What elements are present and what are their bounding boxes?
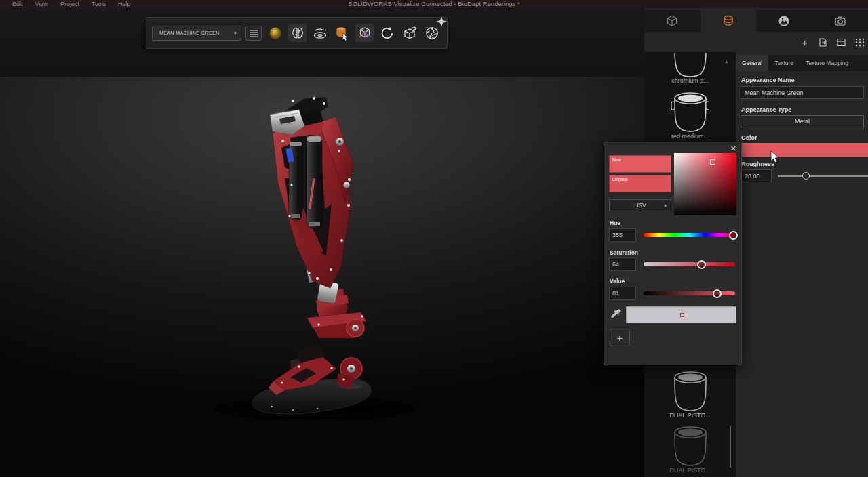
window-title: SOLIDWORKS Visualize Connected - BioDapt… xyxy=(348,0,519,8)
appearance-properties: General Texture Texture Mapping Appearan… xyxy=(736,52,868,477)
aperture-icon xyxy=(424,25,440,41)
reset-view-button[interactable] xyxy=(378,24,396,42)
view-mode-button[interactable] xyxy=(854,37,865,48)
custom-swatch-marker xyxy=(680,313,684,317)
apply-appearance-button[interactable] xyxy=(333,24,351,42)
cube-icon xyxy=(665,14,679,28)
mouse-cursor xyxy=(770,150,779,163)
color-mode-value: HSV xyxy=(634,202,646,209)
value-slider-knob[interactable] xyxy=(713,289,722,298)
menu-item-edit[interactable]: Edit xyxy=(12,1,23,7)
new-project-button[interactable] xyxy=(400,24,418,42)
app-window: Edit View Project Tools Help SOLIDWORKS … xyxy=(0,0,868,477)
tab-general[interactable]: General xyxy=(736,55,768,71)
hue-slider[interactable] xyxy=(644,228,735,242)
roughness-slider-knob[interactable] xyxy=(802,172,810,180)
split-view-icon xyxy=(836,37,846,47)
color-mode-dropdown[interactable]: HSV ▾ xyxy=(609,199,671,211)
denoiser-button[interactable] xyxy=(288,24,307,42)
export-file-icon xyxy=(818,37,828,47)
turntable-button[interactable] xyxy=(311,24,329,42)
value-slider-rail xyxy=(644,291,735,295)
color-picker-dialog: ✕ New Original HSV ▾ Hue Saturation Valu… xyxy=(604,142,742,365)
appearance-name-input[interactable] xyxy=(741,86,864,99)
brain-icon xyxy=(290,26,305,41)
cube-axes-icon xyxy=(357,25,373,41)
appearance-type-label: Appearance Type xyxy=(741,106,791,113)
saturation-label: Saturation xyxy=(610,249,638,256)
color-swatch-bar[interactable] xyxy=(739,143,868,157)
appearance-name-label: Appearance Name xyxy=(741,77,795,83)
add-swatch-button[interactable]: + xyxy=(610,329,630,346)
color-label: Color xyxy=(741,134,757,141)
menu-item-project[interactable]: Project xyxy=(60,1,79,7)
paint-bucket-icon xyxy=(722,14,735,28)
appearance-type-button[interactable]: Metal xyxy=(741,115,864,127)
list-icon xyxy=(249,29,258,37)
saturation-value-field[interactable] xyxy=(674,153,736,215)
saturation-slider-rail xyxy=(644,262,735,266)
tab-cameras[interactable] xyxy=(812,10,868,32)
tab-appearances[interactable] xyxy=(701,10,757,32)
library-item-label: chromium p... xyxy=(644,77,736,84)
add-appearance-button[interactable]: + xyxy=(799,37,810,48)
paint-bucket-icon xyxy=(671,91,709,133)
roughness-label: Roughness xyxy=(741,161,774,167)
library-item-dual-piston-1[interactable]: DUAL PISTO... xyxy=(644,370,736,419)
library-item-dual-piston-2[interactable]: DUAL PISTO... xyxy=(644,425,736,474)
eyedropper-icon[interactable] xyxy=(610,308,622,320)
tab-texture-mapping[interactable]: Texture Mapping xyxy=(800,55,854,71)
library-item-label: red medium... xyxy=(644,133,736,140)
paint-bucket-icon xyxy=(671,370,709,412)
close-icon[interactable]: ✕ xyxy=(730,144,736,153)
library-item-red-medium[interactable]: red medium... xyxy=(644,91,736,140)
original-color-label: Original xyxy=(612,177,627,182)
viewport-3d[interactable] xyxy=(0,77,644,477)
camera-icon xyxy=(833,14,847,28)
custom-swatch-bar[interactable] xyxy=(626,306,736,323)
material-ball-icon xyxy=(268,26,283,41)
library-scrollbar[interactable] xyxy=(730,426,731,468)
value-slider[interactable] xyxy=(644,287,735,300)
library-item-chromium[interactable]: chromium p... xyxy=(644,53,736,84)
library-item-label: DUAL PISTO... xyxy=(644,412,736,419)
grid-dots-icon xyxy=(854,37,865,47)
tab-models[interactable] xyxy=(644,10,701,32)
menu-item-view[interactable]: View xyxy=(35,1,48,7)
hue-label: Hue xyxy=(610,220,620,226)
split-view-button[interactable] xyxy=(835,37,847,48)
hue-slider-knob[interactable] xyxy=(729,231,738,240)
hue-slider-rail xyxy=(644,233,735,237)
tab-environments[interactable] xyxy=(756,10,812,32)
original-color-swatch[interactable]: Original xyxy=(609,175,671,192)
hue-input[interactable] xyxy=(609,228,636,242)
appearance-preset-dropdown[interactable]: MEAN MACHINE GREEN ▾ xyxy=(152,26,241,41)
pin-toolbar-icon[interactable] xyxy=(436,16,447,27)
roughness-slider[interactable] xyxy=(778,169,868,182)
saturation-slider-knob[interactable] xyxy=(697,260,706,269)
menu-bar: Edit View Project Tools Help SOLIDWORKS … xyxy=(0,0,868,8)
material-ball-button[interactable] xyxy=(266,24,284,42)
menu-item-help[interactable]: Help xyxy=(118,1,131,7)
tab-texture[interactable]: Texture xyxy=(768,55,800,71)
menu-item-tools[interactable]: Tools xyxy=(92,1,106,7)
value-label: Value xyxy=(610,278,625,285)
turntable-icon xyxy=(312,26,328,41)
appearance-preset-value: MEAN MACHINE GREEN xyxy=(159,30,220,35)
value-input[interactable] xyxy=(609,287,636,300)
import-button[interactable] xyxy=(817,37,829,48)
chevron-down-icon: ▾ xyxy=(234,30,237,36)
saturation-input[interactable] xyxy=(609,257,636,271)
object-manipulation-button[interactable] xyxy=(355,24,374,42)
palette-tabstrip xyxy=(644,10,868,32)
saturation-slider[interactable] xyxy=(644,257,735,271)
sv-field-marker[interactable] xyxy=(710,159,715,165)
roughness-input[interactable] xyxy=(741,169,772,182)
paint-bucket-icon xyxy=(671,425,709,467)
palette-actions: + xyxy=(644,32,868,52)
prosthetic-leg-render xyxy=(0,77,644,477)
main-toolbar: MEAN MACHINE GREEN ▾ xyxy=(146,17,448,49)
preset-list-button[interactable] xyxy=(245,26,262,41)
paint-bucket-cursor-icon xyxy=(334,25,351,41)
refresh-icon xyxy=(379,25,395,41)
